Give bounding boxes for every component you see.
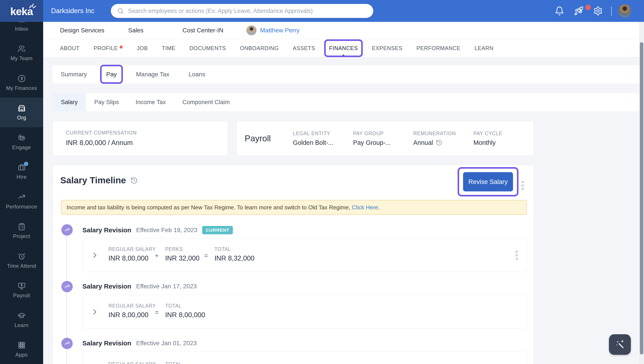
salary-timeline-card: Salary Timeline Revise Salary Income and… <box>53 165 534 364</box>
sidebar-item-label: Time Attend <box>7 263 36 269</box>
subtab-loans[interactable]: Loans <box>189 65 205 83</box>
trending-up-icon <box>18 193 26 201</box>
department-text: Design Services <box>60 27 104 34</box>
tab-finances[interactable]: FINANCES <box>329 40 358 57</box>
revision-kebab-menu[interactable] <box>516 251 518 260</box>
alarm-clock-icon <box>18 252 26 260</box>
magic-wand-button[interactable] <box>609 334 631 355</box>
sidebar-item-label: Learn <box>15 322 29 328</box>
topbar-divider <box>611 6 612 16</box>
revision-2-card: REGULAR SALARY INR 8,00,000 = TOTAL INR … <box>82 295 527 328</box>
sidebar-item-label: My Finances <box>6 85 37 91</box>
tab-performance[interactable]: PERFORMANCE <box>416 40 461 57</box>
plus-operator: + <box>155 252 159 260</box>
paytab-salary[interactable]: Salary <box>53 93 86 111</box>
revise-salary-annotation-box: Revise Salary <box>458 167 519 196</box>
total-component: TOTAL INR 8,32,000 <box>214 246 255 262</box>
keka-logo[interactable]: keka <box>0 0 43 22</box>
manager-avatar <box>247 26 257 36</box>
sidebar-item-my-finances[interactable]: My Finances <box>0 68 43 98</box>
tab-expenses[interactable]: EXPENSES <box>372 40 403 57</box>
pay-cycle-field: PAY CYCLE Monthly <box>473 130 534 146</box>
search-icon <box>117 8 124 14</box>
tab-job[interactable]: JOB <box>137 40 148 57</box>
timeline-kebab-menu[interactable] <box>522 181 524 190</box>
pay-tab-bar: Salary Pay Slips Income Tax Component Cl… <box>53 93 639 111</box>
notification-badge <box>585 5 591 10</box>
manager-link[interactable]: Matthew Perry <box>260 27 300 34</box>
sidebar-item-project[interactable]: Project <box>0 216 43 246</box>
sidebar-item-apps[interactable]: Apps <box>0 335 43 364</box>
whats-new-rocket-icon[interactable] <box>574 6 583 16</box>
revise-salary-button[interactable]: Revise Salary <box>463 172 513 192</box>
tab-onboarding[interactable]: ONBOARDING <box>240 40 279 57</box>
sidebar-item-time-attend[interactable]: Time Attend <box>0 246 43 276</box>
building-icon <box>18 104 26 112</box>
search-input[interactable] <box>128 8 367 14</box>
paytab-income-tax[interactable]: Income Tax <box>127 93 174 111</box>
salary-timeline-header: Salary Timeline <box>60 175 138 186</box>
tab-time[interactable]: TIME <box>162 40 175 57</box>
clipboard-icon <box>18 223 26 230</box>
pay-group-field: PAY GROUP Pay Group-... <box>353 130 413 146</box>
graduation-cap-icon <box>18 312 26 320</box>
revision-1-header: Salary Revision Effective Feb 19, 2023 C… <box>82 226 233 234</box>
current-badge: CURRENT <box>202 226 233 234</box>
sidebar-item-label: Apps <box>15 352 28 358</box>
settings-gear-icon[interactable] <box>593 6 603 16</box>
equals-operator: = <box>204 252 208 260</box>
regular-salary-component: REGULAR SALARY INR 8,00,000 <box>108 303 156 319</box>
revision-3-card: REGULAR SALARY TOTAL <box>82 352 527 364</box>
sidebar-item-learn[interactable]: Learn <box>0 305 43 335</box>
sidebar-item-payroll[interactable]: Payroll <box>0 276 43 305</box>
sidebar-item-label: Payroll <box>13 292 30 298</box>
compensation-value: INR 8,00,000 / Annum <box>66 139 228 147</box>
hire-badge-dot <box>24 162 28 166</box>
employee-header: Design Services Sales Cost Center-IN Mat… <box>43 22 639 39</box>
revision-3-header: Salary Revision Effective Jan 01, 2023 <box>82 340 197 347</box>
subtab-manage-tax[interactable]: Manage Tax <box>136 65 169 83</box>
remuneration-field: REMUNERATION Annual <box>413 130 473 146</box>
sidebar-item-org[interactable]: Org <box>0 98 43 127</box>
revision-milestone-icon <box>61 281 73 292</box>
click-here-link[interactable]: Click Here <box>352 204 378 211</box>
scrollbar-track[interactable] <box>639 22 644 364</box>
tab-assets[interactable]: ASSETS <box>293 40 315 57</box>
logo-spark-icon <box>29 2 37 9</box>
notifications-bell-icon[interactable] <box>555 6 564 16</box>
regular-salary-component: REGULAR SALARY <box>108 362 156 364</box>
revision-milestone-icon <box>61 338 73 349</box>
sidebar-item-engage[interactable]: Engage <box>0 127 43 157</box>
profile-alert-dot <box>120 46 123 48</box>
expand-chevron-icon[interactable] <box>90 251 99 260</box>
tab-about[interactable]: ABOUT <box>60 40 80 57</box>
history-icon[interactable] <box>436 139 442 146</box>
timeline-history-icon[interactable] <box>130 177 138 184</box>
payroll-card: Payroll LEGAL ENTITY Golden Bolt-... PAY… <box>237 121 534 156</box>
paytab-component-claim[interactable]: Component Claim <box>174 93 238 111</box>
profile-tab-bar: ABOUT PROFILE JOB TIME DOCUMENTS ONBOARD… <box>43 40 639 57</box>
tab-documents[interactable]: DOCUMENTS <box>189 40 226 57</box>
dollar-circle-icon <box>18 74 26 82</box>
current-compensation-card: CURRENT COMPENSATION INR 8,00,000 / Annu… <box>53 121 228 156</box>
paytab-pay-slips[interactable]: Pay Slips <box>86 93 127 111</box>
sidebar-item-label: Hire <box>17 174 27 180</box>
subtab-pay[interactable]: Pay <box>106 65 117 83</box>
sidebar-item-label: My Team <box>11 55 33 62</box>
subtab-summary[interactable]: Summary <box>61 65 87 83</box>
tab-profile[interactable]: PROFILE <box>94 40 123 57</box>
expand-chevron-icon[interactable] <box>90 308 99 316</box>
regular-salary-component: REGULAR SALARY INR 8,00,000 <box>108 246 156 262</box>
main-content: Design Services Sales Cost Center-IN Mat… <box>43 22 639 364</box>
sidebar-item-hire[interactable]: Hire <box>0 157 43 186</box>
sidebar-item-my-team[interactable]: My Team <box>0 38 43 68</box>
scrollbar-thumb[interactable] <box>640 42 643 354</box>
sidebar-item-performance[interactable]: Performance <box>0 186 43 216</box>
tab-learn[interactable]: LEARN <box>475 40 493 57</box>
briefcase-icon <box>18 164 26 171</box>
compensation-label: CURRENT COMPENSATION <box>66 130 228 136</box>
global-search[interactable] <box>111 4 373 18</box>
payroll-monitor-icon <box>18 282 26 290</box>
user-avatar[interactable] <box>618 4 631 18</box>
revision-milestone-icon <box>61 224 73 236</box>
